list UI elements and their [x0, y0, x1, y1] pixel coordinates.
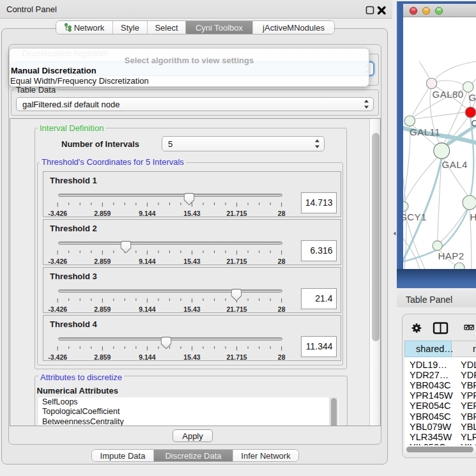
svg-text:G.: G.: [469, 92, 476, 103]
svg-text:H: H: [470, 211, 476, 222]
svg-text:GAL4: GAL4: [442, 159, 468, 170]
svg-text:HAP2: HAP2: [438, 250, 464, 261]
svg-text:GAL80: GAL80: [433, 89, 464, 100]
svg-text:GAL11: GAL11: [410, 127, 440, 137]
svg-text:GCY1: GCY1: [403, 211, 427, 222]
svg-text:C: C: [472, 118, 476, 128]
